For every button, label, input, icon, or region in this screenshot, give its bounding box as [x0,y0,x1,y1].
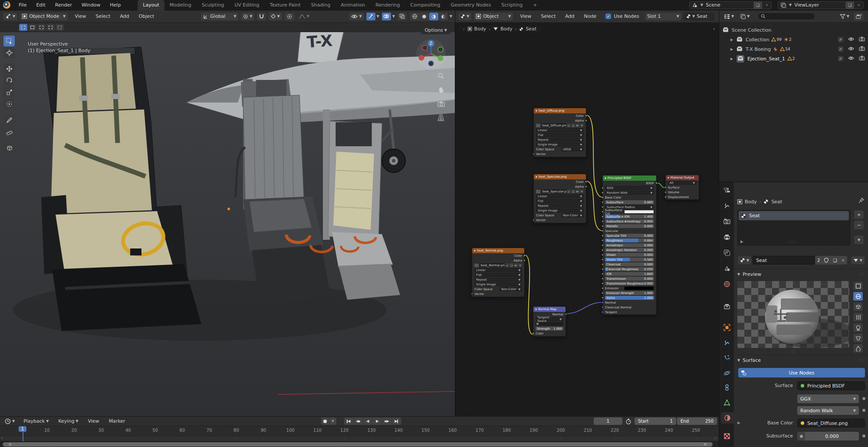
preview-cube-button[interactable] [853,302,863,311]
node-socket[interactable] [585,119,587,122]
node-socket[interactable] [565,313,567,315]
editor-type-button[interactable]: ▼ [3,417,17,426]
colorspace-dropdown[interactable]: Non-Color▼ [500,287,522,291]
item-label[interactable]: T-X Boeing [746,46,771,52]
select-mode-extend-button[interactable] [28,24,36,31]
expand-icon[interactable]: ▶ [740,239,743,244]
node-socket[interactable] [602,215,604,218]
node-dropdown[interactable]: Repeat▼ [474,278,522,281]
node-dropdown[interactable]: Flat▼ [536,133,584,137]
subsurface-value-slider[interactable]: 0.000 [805,432,859,440]
node-dropdown[interactable]: All▼ [668,181,697,185]
node-socket[interactable] [471,293,473,295]
node-header[interactable]: ▼Seat_Specular.png [534,174,586,179]
node-socket[interactable] [602,230,604,232]
node-socket[interactable] [664,186,667,189]
subsurface-slider[interactable]: 0.000 [797,432,859,440]
viewport-menu-object[interactable]: Object [134,11,159,22]
node-dropdown[interactable]: Linear▼ [536,194,584,198]
shader-menu-add[interactable]: Add [560,11,579,22]
node-seat-normal[interactable]: ▼Seat_Normal.pngColorAlphaSeat_Normal.pn… [472,248,525,297]
surface-panel-header[interactable]: ▼ Surface [737,358,761,363]
param-slider-transmission[interactable]: Transmission0.000 [605,277,654,281]
node-socket[interactable] [533,153,535,155]
node-socket[interactable] [602,301,604,304]
node-socket[interactable] [602,268,604,270]
param-slider-emission-strength[interactable]: Emission Strength1.000 [605,291,654,295]
node-socket[interactable] [602,254,604,256]
node-socket[interactable] [602,192,604,194]
keying-dropdown[interactable]: ▼ [329,417,336,425]
shading-material-button[interactable]: ◑ [429,13,438,20]
param-slider-transmission-roughness[interactable]: Transmission Roughness0.000 [605,281,654,285]
gizmo-dropdown[interactable]: ▼ [377,14,379,18]
node-socket[interactable] [602,287,604,289]
timeline-scrollbar[interactable] [0,441,719,447]
open-image-button[interactable]: 🗁 [575,123,579,127]
menu-render[interactable]: Render [50,0,77,10]
exclude-checkbox[interactable]: ✓ [838,56,843,61]
scrollbar-thumb[interactable] [3,442,713,447]
preview-sphere-button[interactable] [853,291,863,301]
tool-add-cube[interactable] [3,142,15,153]
workspace-tab-rendering[interactable]: Rendering [370,0,405,10]
workspace-tab-texture-paint[interactable]: Texture Paint [265,0,306,10]
node-socket[interactable] [602,187,604,189]
node-socket[interactable] [602,206,604,208]
param-slider-specular-tint[interactable]: Specular Tint0.000 [605,234,654,238]
outliner[interactable]: ▼ ▼ ▼ Scene Collection▶Collection992✓▶T-… [719,10,868,182]
tab-object[interactable] [721,322,733,333]
param-slider-anisotropic-rotation[interactable]: Anisotropic Rotation0.000 [605,248,654,252]
copy-material-button[interactable]: ❏ [831,256,839,265]
render-camera-toggle[interactable] [859,56,865,62]
node-socket[interactable] [523,255,526,257]
animate-dot[interactable] [862,409,865,412]
menu-file[interactable]: File [14,0,31,10]
timeline-track[interactable] [0,436,719,441]
node-socket[interactable] [602,282,604,285]
outliner-search-input[interactable] [758,13,815,20]
tab-collection[interactable] [721,301,733,312]
node-socket[interactable] [602,196,604,199]
tool-move[interactable] [3,63,15,74]
node-dropdown[interactable]: Single Image▼ [474,282,522,286]
preview-panel-header[interactable]: ▼ Preview [737,272,761,277]
node-header[interactable]: ▼Seat_Normal.png [472,248,524,253]
image-name-field[interactable]: Seat_Specular.png [541,189,566,193]
node-socket[interactable] [602,211,604,213]
timeline-menu-keying[interactable]: Keying ▼ [53,416,83,427]
scroll-handle-right[interactable] [704,443,707,446]
hide-eye-toggle[interactable] [848,46,854,52]
node-dropdown[interactable]: Flat▼ [474,273,522,277]
proportional-falloff[interactable]: ▼ [296,12,312,21]
colorspace-dropdown[interactable]: Non-Color▼ [561,213,584,217]
node-socket[interactable] [585,115,587,117]
node-socket[interactable] [602,225,604,227]
material-slot-list[interactable]: Seat ▶ :::: [737,210,850,245]
expand-left-icon[interactable]: › [1,436,3,440]
copy-button[interactable]: ❏ [571,189,575,193]
editor-type-button[interactable]: ▼ [458,12,472,21]
color-swatch-emission[interactable] [624,286,654,290]
node-material-output[interactable]: ▼Material OutputAll▼SurfaceVolumeDisplac… [665,175,699,200]
breadcrumb-object[interactable]: Body [745,199,757,205]
scene-name[interactable]: Scene [703,2,753,8]
menu-edit[interactable]: Edit [31,0,50,10]
unlink-button[interactable]: ✕ [580,123,584,127]
node-dropdown[interactable]: Tangent Space▼ [536,317,563,321]
node-socket[interactable] [602,311,604,313]
zoom-icon[interactable] [436,71,446,81]
panel-resize-grip[interactable]: :::: [790,350,797,354]
select-mode-subtract-button[interactable] [37,24,46,31]
node-socket[interactable] [602,258,604,261]
shader-editor[interactable]: ▼ Object ▼ ViewSelectAddNode ✓ Use Nodes… [455,10,719,416]
timeline-menu-marker[interactable]: Marker [104,416,130,427]
node-dropdown[interactable]: Linear▼ [474,268,522,272]
outliner-row-t-x-boeing[interactable]: ▶T-X Boeing54✓ [719,44,868,54]
item-label[interactable]: Scene Collection [732,27,771,33]
browse-material-button[interactable]: ▼ [737,256,752,265]
preview-fluid-button[interactable] [853,344,863,353]
remove-slot-button[interactable]: − [854,220,864,230]
expand-arrow-icon[interactable]: ▶ [730,57,736,61]
properties-editor[interactable]: Body › Seat Seat ▶ :::: + − ▼ [719,182,868,447]
